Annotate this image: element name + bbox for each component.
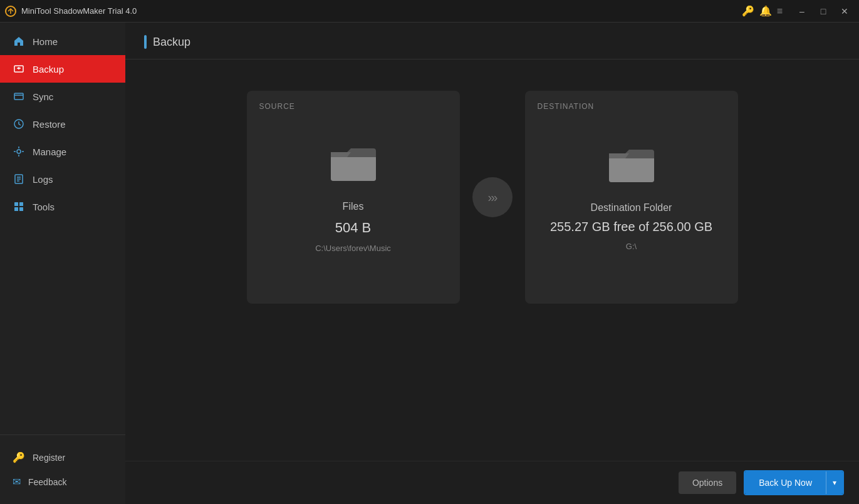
sidebar-label-logs: Logs bbox=[33, 174, 53, 185]
restore-icon bbox=[13, 118, 25, 130]
main-layout: Home Backup Sync bbox=[0, 23, 859, 504]
sidebar-label-register: Register bbox=[33, 453, 65, 463]
destination-type: Destination Folder bbox=[591, 202, 672, 213]
svg-rect-13 bbox=[19, 207, 23, 211]
home-icon bbox=[13, 35, 25, 48]
page-header: Backup bbox=[125, 23, 859, 59]
mail-icon: ✉ bbox=[13, 476, 21, 488]
sidebar-label-manage: Manage bbox=[33, 147, 66, 157]
destination-card[interactable]: DESTINATION Destination Folder 255.27 GB… bbox=[525, 91, 738, 304]
sidebar-item-logs[interactable]: Logs bbox=[0, 165, 125, 193]
manage-icon bbox=[13, 145, 25, 158]
sidebar-item-register[interactable]: 🔑 Register bbox=[0, 445, 125, 470]
bottom-bar: Options Back Up Now ▾ bbox=[125, 461, 859, 504]
close-button[interactable]: ✕ bbox=[835, 4, 854, 19]
sidebar-item-restore[interactable]: Restore bbox=[0, 110, 125, 138]
sidebar-item-feedback[interactable]: ✉ Feedback bbox=[0, 470, 125, 494]
title-bar: MiniTool ShadowMaker Trial 4.0 🔑 🔔 ≡ – □… bbox=[0, 0, 859, 23]
svg-rect-11 bbox=[19, 202, 23, 206]
source-card[interactable]: SOURCE Files 504 B C:\Users\fore bbox=[247, 91, 460, 304]
app-title: MiniTool ShadowMaker Trial 4.0 bbox=[21, 6, 742, 16]
sidebar-bottom: 🔑 Register ✉ Feedback bbox=[0, 435, 125, 504]
backup-content: SOURCE Files 504 B C:\Users\fore bbox=[125, 59, 859, 461]
title-bar-extra: 🔑 🔔 ≡ bbox=[742, 5, 783, 17]
destination-folder-icon bbox=[607, 143, 657, 190]
svg-rect-2 bbox=[14, 93, 23, 100]
content-area: Backup SOURCE bbox=[125, 23, 859, 504]
source-type: Files bbox=[343, 201, 364, 212]
sidebar-label-tools: Tools bbox=[33, 202, 55, 212]
sync-icon bbox=[13, 90, 25, 103]
sidebar-label-feedback: Feedback bbox=[28, 477, 66, 487]
sidebar-item-tools[interactable]: Tools bbox=[0, 193, 125, 220]
sidebar: Home Backup Sync bbox=[0, 23, 125, 504]
sidebar-label-backup: Backup bbox=[33, 64, 64, 75]
svg-rect-12 bbox=[14, 207, 18, 211]
sidebar-item-manage[interactable]: Manage bbox=[0, 138, 125, 165]
minimize-button[interactable]: – bbox=[793, 4, 811, 19]
sidebar-label-restore: Restore bbox=[33, 119, 66, 130]
menu-icon[interactable]: ≡ bbox=[777, 6, 783, 17]
logs-icon bbox=[13, 173, 25, 185]
sidebar-item-backup[interactable]: Backup bbox=[0, 55, 125, 83]
key-sidebar-icon: 🔑 bbox=[13, 451, 25, 463]
tools-icon bbox=[13, 200, 25, 213]
sidebar-item-home[interactable]: Home bbox=[0, 28, 125, 55]
window-controls: – □ ✕ bbox=[793, 4, 854, 19]
destination-free: 255.27 GB free of 256.00 GB bbox=[550, 220, 712, 234]
maximize-button[interactable]: □ bbox=[814, 4, 833, 19]
destination-label: DESTINATION bbox=[538, 102, 595, 111]
source-label: SOURCE bbox=[259, 102, 295, 111]
backup-now-group: Back Up Now ▾ bbox=[744, 470, 844, 495]
page-title: Backup bbox=[153, 36, 190, 49]
svg-rect-10 bbox=[14, 202, 18, 206]
svg-point-5 bbox=[17, 150, 21, 153]
app-icon bbox=[5, 6, 16, 17]
sidebar-label-sync: Sync bbox=[33, 91, 53, 102]
backup-now-button[interactable]: Back Up Now bbox=[745, 471, 826, 494]
destination-path: G:\ bbox=[626, 242, 637, 251]
options-button[interactable]: Options bbox=[679, 471, 736, 494]
sidebar-nav: Home Backup Sync bbox=[0, 28, 125, 435]
header-accent-bar bbox=[144, 35, 147, 49]
source-path: C:\Users\forev\Music bbox=[315, 244, 391, 253]
source-folder-icon bbox=[328, 142, 378, 188]
backup-icon bbox=[13, 63, 25, 75]
backup-now-dropdown[interactable]: ▾ bbox=[826, 471, 843, 494]
bell-icon[interactable]: 🔔 bbox=[759, 5, 772, 17]
sidebar-item-sync[interactable]: Sync bbox=[0, 83, 125, 110]
backup-cards: SOURCE Files 504 B C:\Users\fore bbox=[144, 91, 840, 304]
sidebar-label-home: Home bbox=[33, 36, 58, 47]
key-icon[interactable]: 🔑 bbox=[742, 5, 754, 17]
source-size: 504 B bbox=[335, 220, 372, 236]
arrow-indicator: ››› bbox=[472, 177, 513, 217]
